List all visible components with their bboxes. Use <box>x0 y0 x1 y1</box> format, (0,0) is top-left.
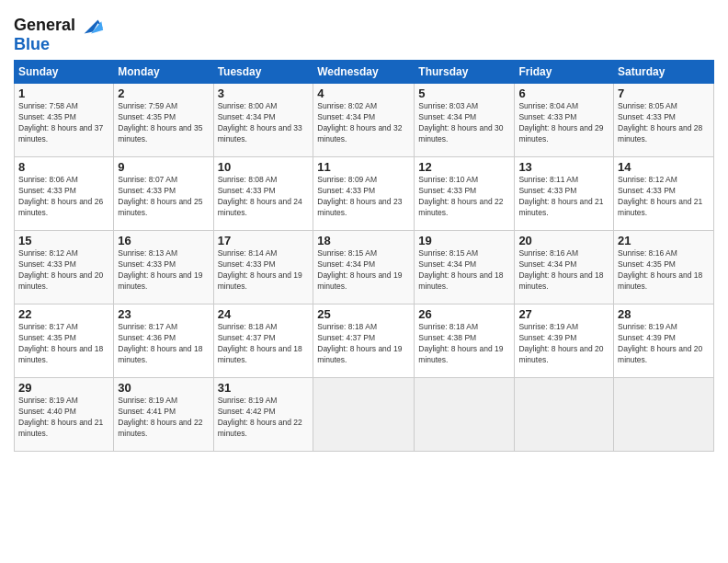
day-number: 20 <box>518 234 609 247</box>
day-number: 13 <box>518 160 609 174</box>
day-number: 15 <box>18 234 109 247</box>
day-number: 14 <box>618 160 710 174</box>
day-info: Sunrise: 8:19 AMSunset: 4:40 PMDaylight:… <box>18 396 109 440</box>
calendar-week-1: 1Sunrise: 7:58 AMSunset: 4:35 PMDaylight… <box>15 84 714 157</box>
day-number: 9 <box>118 160 209 174</box>
day-number: 19 <box>418 234 510 247</box>
calendar-cell: 6Sunrise: 8:04 AMSunset: 4:33 PMDaylight… <box>515 84 614 157</box>
calendar-cell: 21Sunrise: 8:16 AMSunset: 4:35 PMDayligh… <box>614 231 714 304</box>
calendar-cell: 12Sunrise: 8:10 AMSunset: 4:33 PMDayligh… <box>415 157 515 231</box>
day-number: 1 <box>18 86 109 100</box>
day-info: Sunrise: 8:19 AMSunset: 4:42 PMDaylight:… <box>218 396 310 440</box>
day-number: 18 <box>317 234 410 247</box>
calendar-body: 1Sunrise: 7:58 AMSunset: 4:35 PMDaylight… <box>15 84 714 452</box>
day-info: Sunrise: 8:02 AMSunset: 4:34 PMDaylight:… <box>317 101 410 145</box>
calendar-week-3: 15Sunrise: 8:12 AMSunset: 4:33 PMDayligh… <box>15 231 714 304</box>
calendar-cell: 27Sunrise: 8:19 AMSunset: 4:39 PMDayligh… <box>515 304 614 378</box>
day-number: 11 <box>317 160 410 174</box>
calendar-cell <box>415 378 515 452</box>
day-number: 24 <box>218 307 310 321</box>
day-info: Sunrise: 8:08 AMSunset: 4:33 PMDaylight:… <box>218 175 310 219</box>
calendar-page: General Blue SundayMondayTuesdayWednesda… <box>0 0 728 563</box>
header: General Blue <box>14 9 714 54</box>
calendar-cell: 10Sunrise: 8:08 AMSunset: 4:33 PMDayligh… <box>213 157 313 231</box>
day-number: 30 <box>118 381 209 395</box>
calendar-cell: 8Sunrise: 8:06 AMSunset: 4:33 PMDaylight… <box>15 157 114 231</box>
calendar-cell: 25Sunrise: 8:18 AMSunset: 4:37 PMDayligh… <box>313 304 415 378</box>
weekday-header-saturday: Saturday <box>614 61 714 84</box>
calendar-cell: 28Sunrise: 8:19 AMSunset: 4:39 PMDayligh… <box>614 304 714 378</box>
day-number: 21 <box>618 234 710 247</box>
calendar-cell: 13Sunrise: 8:11 AMSunset: 4:33 PMDayligh… <box>515 157 614 231</box>
day-info: Sunrise: 8:09 AMSunset: 4:33 PMDaylight:… <box>317 175 410 219</box>
calendar-cell <box>614 378 714 452</box>
calendar-cell: 14Sunrise: 8:12 AMSunset: 4:33 PMDayligh… <box>614 157 714 231</box>
day-info: Sunrise: 8:06 AMSunset: 4:33 PMDaylight:… <box>18 175 109 219</box>
day-info: Sunrise: 8:12 AMSunset: 4:33 PMDaylight:… <box>18 248 109 293</box>
calendar-cell: 31Sunrise: 8:19 AMSunset: 4:42 PMDayligh… <box>213 378 313 452</box>
day-info: Sunrise: 8:19 AMSunset: 4:39 PMDaylight:… <box>518 322 609 366</box>
day-info: Sunrise: 8:15 AMSunset: 4:34 PMDaylight:… <box>418 248 510 293</box>
day-number: 10 <box>218 160 310 174</box>
calendar-cell: 11Sunrise: 8:09 AMSunset: 4:33 PMDayligh… <box>313 157 415 231</box>
day-number: 4 <box>317 86 410 100</box>
day-info: Sunrise: 8:16 AMSunset: 4:35 PMDaylight:… <box>618 248 710 293</box>
day-info: Sunrise: 8:07 AMSunset: 4:33 PMDaylight:… <box>118 175 209 219</box>
calendar-cell: 1Sunrise: 7:58 AMSunset: 4:35 PMDaylight… <box>15 84 114 157</box>
weekday-header-friday: Friday <box>515 61 614 84</box>
day-number: 17 <box>218 234 310 247</box>
day-number: 28 <box>618 307 710 321</box>
calendar-cell: 2Sunrise: 7:59 AMSunset: 4:35 PMDaylight… <box>114 84 213 157</box>
day-info: Sunrise: 8:17 AMSunset: 4:35 PMDaylight:… <box>18 322 109 366</box>
weekday-header-sunday: Sunday <box>15 61 114 84</box>
weekday-header-tuesday: Tuesday <box>213 61 313 84</box>
day-number: 29 <box>18 381 109 395</box>
calendar-cell: 24Sunrise: 8:18 AMSunset: 4:37 PMDayligh… <box>213 304 313 378</box>
day-number: 8 <box>18 160 109 174</box>
day-number: 3 <box>218 86 310 100</box>
calendar-cell: 4Sunrise: 8:02 AMSunset: 4:34 PMDaylight… <box>313 84 415 157</box>
day-number: 25 <box>317 307 410 321</box>
day-number: 27 <box>518 307 609 321</box>
calendar-cell: 20Sunrise: 8:16 AMSunset: 4:34 PMDayligh… <box>515 231 614 304</box>
day-info: Sunrise: 8:19 AMSunset: 4:41 PMDaylight:… <box>118 396 209 440</box>
calendar-cell: 7Sunrise: 8:05 AMSunset: 4:33 PMDaylight… <box>614 84 714 157</box>
day-info: Sunrise: 8:18 AMSunset: 4:37 PMDaylight:… <box>317 322 410 366</box>
day-number: 22 <box>18 307 109 321</box>
calendar-cell: 9Sunrise: 8:07 AMSunset: 4:33 PMDaylight… <box>114 157 213 231</box>
logo-icon <box>79 13 105 39</box>
day-info: Sunrise: 8:17 AMSunset: 4:36 PMDaylight:… <box>118 322 209 366</box>
calendar-cell: 30Sunrise: 8:19 AMSunset: 4:41 PMDayligh… <box>114 378 213 452</box>
day-number: 16 <box>118 234 209 247</box>
day-number: 5 <box>418 86 510 100</box>
calendar-cell: 18Sunrise: 8:15 AMSunset: 4:34 PMDayligh… <box>313 231 415 304</box>
day-info: Sunrise: 8:12 AMSunset: 4:33 PMDaylight:… <box>618 175 710 219</box>
day-info: Sunrise: 8:14 AMSunset: 4:33 PMDaylight:… <box>218 248 310 293</box>
calendar-cell: 23Sunrise: 8:17 AMSunset: 4:36 PMDayligh… <box>114 304 213 378</box>
calendar-cell: 16Sunrise: 8:13 AMSunset: 4:33 PMDayligh… <box>114 231 213 304</box>
calendar-cell: 17Sunrise: 8:14 AMSunset: 4:33 PMDayligh… <box>213 231 313 304</box>
weekday-header-monday: Monday <box>114 61 213 84</box>
day-info: Sunrise: 8:04 AMSunset: 4:33 PMDaylight:… <box>518 101 609 145</box>
day-info: Sunrise: 8:18 AMSunset: 4:37 PMDaylight:… <box>218 322 310 366</box>
day-number: 7 <box>618 86 710 100</box>
day-info: Sunrise: 8:18 AMSunset: 4:38 PMDaylight:… <box>418 322 510 366</box>
calendar-cell <box>313 378 415 452</box>
day-info: Sunrise: 8:03 AMSunset: 4:34 PMDaylight:… <box>418 101 510 145</box>
day-info: Sunrise: 8:19 AMSunset: 4:39 PMDaylight:… <box>618 322 710 366</box>
calendar-cell: 3Sunrise: 8:00 AMSunset: 4:34 PMDaylight… <box>213 84 313 157</box>
day-info: Sunrise: 7:59 AMSunset: 4:35 PMDaylight:… <box>118 101 209 145</box>
day-info: Sunrise: 8:13 AMSunset: 4:33 PMDaylight:… <box>118 248 209 293</box>
day-number: 23 <box>118 307 209 321</box>
day-number: 2 <box>118 86 209 100</box>
calendar-table: SundayMondayTuesdayWednesdayThursdayFrid… <box>14 60 714 452</box>
day-number: 6 <box>518 86 609 100</box>
day-info: Sunrise: 7:58 AMSunset: 4:35 PMDaylight:… <box>18 101 109 145</box>
calendar-cell: 19Sunrise: 8:15 AMSunset: 4:34 PMDayligh… <box>415 231 515 304</box>
weekday-header-thursday: Thursday <box>415 61 515 84</box>
day-number: 31 <box>218 381 310 395</box>
logo: General Blue <box>14 13 105 54</box>
calendar-cell: 22Sunrise: 8:17 AMSunset: 4:35 PMDayligh… <box>15 304 114 378</box>
day-number: 12 <box>418 160 510 174</box>
day-info: Sunrise: 8:15 AMSunset: 4:34 PMDaylight:… <box>317 248 410 293</box>
